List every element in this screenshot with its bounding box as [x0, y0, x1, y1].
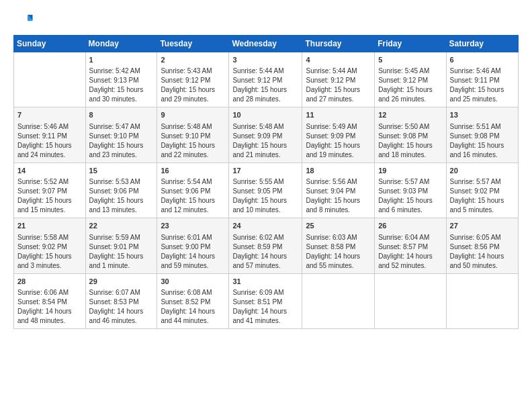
cell-info: Sunset: 9:10 PM — [161, 132, 225, 141]
cell-info: and 19 minutes. — [306, 150, 371, 160]
cell-info: Sunrise: 6:01 AM — [161, 233, 225, 242]
cell-info: and 1 minute. — [89, 261, 154, 271]
cell-info: Sunset: 9:03 PM — [378, 187, 442, 196]
day-number: 6 — [450, 55, 515, 65]
day-number: 4 — [306, 55, 371, 65]
cell-info: Sunset: 9:12 PM — [306, 76, 371, 85]
cell-info: Sunset: 9:00 PM — [161, 242, 225, 252]
cell-info: and 57 minutes. — [232, 261, 298, 271]
day-number: 21 — [17, 221, 82, 231]
calendar-cell — [375, 273, 446, 328]
cell-info: and 55 minutes. — [306, 261, 371, 271]
calendar-cell: 25Sunrise: 6:03 AMSunset: 8:58 PMDayligh… — [302, 218, 375, 273]
cell-info: Sunset: 8:58 PM — [306, 242, 371, 252]
cell-info: Daylight: 15 hours — [378, 141, 442, 150]
cell-info: Sunrise: 6:03 AM — [306, 233, 371, 242]
cell-info: Sunrise: 6:04 AM — [378, 233, 442, 242]
calendar-cell: 6Sunrise: 5:46 AMSunset: 9:11 PMDaylight… — [446, 52, 518, 107]
cell-info: and 21 minutes. — [232, 150, 298, 160]
col-header-monday: Monday — [85, 36, 157, 52]
cell-info: Daylight: 14 hours — [17, 307, 82, 316]
day-number: 14 — [17, 166, 82, 176]
cell-info: Daylight: 15 hours — [450, 85, 515, 95]
cell-info: and 10 minutes. — [232, 205, 298, 215]
day-number: 23 — [161, 221, 225, 231]
cell-info: and 52 minutes. — [378, 261, 442, 271]
day-number: 16 — [161, 166, 225, 176]
day-number: 11 — [306, 110, 371, 120]
day-number: 17 — [232, 166, 298, 176]
week-row-5: 28Sunrise: 6:06 AMSunset: 8:54 PMDayligh… — [14, 273, 519, 328]
day-number: 20 — [450, 166, 515, 176]
week-row-1: 1Sunrise: 5:42 AMSunset: 9:13 PMDaylight… — [14, 52, 519, 107]
calendar-cell: 15Sunrise: 5:53 AMSunset: 9:06 PMDayligh… — [85, 163, 157, 218]
cell-info: Sunset: 8:51 PM — [232, 298, 298, 307]
cell-info: Daylight: 15 hours — [89, 85, 154, 95]
cell-info: and 59 minutes. — [161, 261, 225, 271]
cell-info: Sunset: 9:04 PM — [306, 187, 371, 196]
calendar-page: SundayMondayTuesdayWednesdayThursdayFrid… — [0, 0, 532, 411]
week-row-4: 21Sunrise: 5:58 AMSunset: 9:02 PMDayligh… — [14, 218, 519, 273]
cell-info: Sunset: 9:06 PM — [89, 187, 154, 196]
day-number: 31 — [232, 277, 298, 287]
calendar-cell: 26Sunrise: 6:04 AMSunset: 8:57 PMDayligh… — [375, 218, 446, 273]
cell-info: Sunset: 9:02 PM — [450, 187, 515, 196]
cell-info: Daylight: 15 hours — [450, 196, 515, 205]
week-row-3: 14Sunrise: 5:52 AMSunset: 9:07 PMDayligh… — [14, 163, 519, 218]
cell-info: Daylight: 15 hours — [232, 141, 298, 150]
day-number: 10 — [232, 110, 298, 120]
calendar-cell: 18Sunrise: 5:56 AMSunset: 9:04 PMDayligh… — [302, 163, 375, 218]
calendar-cell: 23Sunrise: 6:01 AMSunset: 9:00 PMDayligh… — [157, 218, 229, 273]
cell-info: Sunrise: 5:58 AM — [17, 233, 82, 242]
cell-info: and 6 minutes. — [378, 205, 442, 215]
cell-info: Daylight: 15 hours — [161, 141, 225, 150]
day-number: 7 — [17, 110, 82, 120]
cell-info: Daylight: 15 hours — [232, 85, 298, 95]
cell-info: Daylight: 15 hours — [378, 85, 442, 95]
cell-info: Sunset: 9:12 PM — [378, 76, 442, 85]
cell-info: Sunrise: 5:44 AM — [306, 66, 371, 76]
cell-info: and 12 minutes. — [161, 205, 225, 215]
cell-info: Sunrise: 5:59 AM — [89, 233, 154, 242]
day-number: 15 — [89, 166, 154, 176]
col-header-tuesday: Tuesday — [157, 36, 229, 52]
cell-info: Sunset: 8:56 PM — [450, 242, 515, 252]
cell-info: Sunset: 9:10 PM — [89, 132, 154, 141]
calendar-cell: 11Sunrise: 5:49 AMSunset: 9:09 PMDayligh… — [302, 107, 375, 163]
week-row-2: 7Sunrise: 5:46 AMSunset: 9:11 PMDaylight… — [14, 107, 519, 163]
cell-info: and 22 minutes. — [161, 150, 225, 160]
col-header-friday: Friday — [375, 36, 446, 52]
calendar-cell: 12Sunrise: 5:50 AMSunset: 9:08 PMDayligh… — [375, 107, 446, 163]
cell-info: Sunrise: 5:55 AM — [232, 177, 298, 187]
cell-info: Sunrise: 5:46 AM — [17, 122, 82, 132]
calendar-cell: 5Sunrise: 5:45 AMSunset: 9:12 PMDaylight… — [375, 52, 446, 107]
col-header-thursday: Thursday — [302, 36, 375, 52]
cell-info: Daylight: 15 hours — [306, 141, 371, 150]
calendar-cell: 14Sunrise: 5:52 AMSunset: 9:07 PMDayligh… — [14, 163, 86, 218]
cell-info: Sunrise: 5:42 AM — [89, 66, 154, 76]
cell-info: Sunrise: 5:44 AM — [232, 66, 298, 76]
logo-icon — [13, 11, 34, 31]
cell-info: Sunrise: 5:49 AM — [306, 122, 371, 132]
calendar-cell: 3Sunrise: 5:44 AMSunset: 9:12 PMDaylight… — [229, 52, 302, 107]
cell-info: and 41 minutes. — [232, 316, 298, 326]
cell-info: Sunrise: 6:09 AM — [232, 288, 298, 298]
cell-info: Sunrise: 6:05 AM — [450, 233, 515, 242]
cell-info: Daylight: 14 hours — [232, 307, 298, 316]
day-number: 26 — [378, 221, 442, 231]
day-number: 5 — [378, 55, 442, 65]
cell-info: Sunset: 9:12 PM — [161, 76, 225, 85]
cell-info: Sunset: 8:57 PM — [378, 242, 442, 252]
cell-info: Sunrise: 5:47 AM — [89, 122, 154, 132]
calendar-cell: 30Sunrise: 6:08 AMSunset: 8:52 PMDayligh… — [157, 273, 229, 328]
cell-info: Sunset: 9:09 PM — [306, 132, 371, 141]
cell-info: Daylight: 15 hours — [161, 196, 225, 205]
cell-info: Sunset: 9:05 PM — [232, 187, 298, 196]
cell-info: Sunset: 9:06 PM — [161, 187, 225, 196]
calendar-cell: 2Sunrise: 5:43 AMSunset: 9:12 PMDaylight… — [157, 52, 229, 107]
calendar-cell: 13Sunrise: 5:51 AMSunset: 9:08 PMDayligh… — [446, 107, 518, 163]
cell-info: and 50 minutes. — [450, 261, 515, 271]
calendar-cell — [446, 273, 518, 328]
calendar-cell: 10Sunrise: 5:48 AMSunset: 9:09 PMDayligh… — [229, 107, 302, 163]
header — [13, 11, 519, 31]
